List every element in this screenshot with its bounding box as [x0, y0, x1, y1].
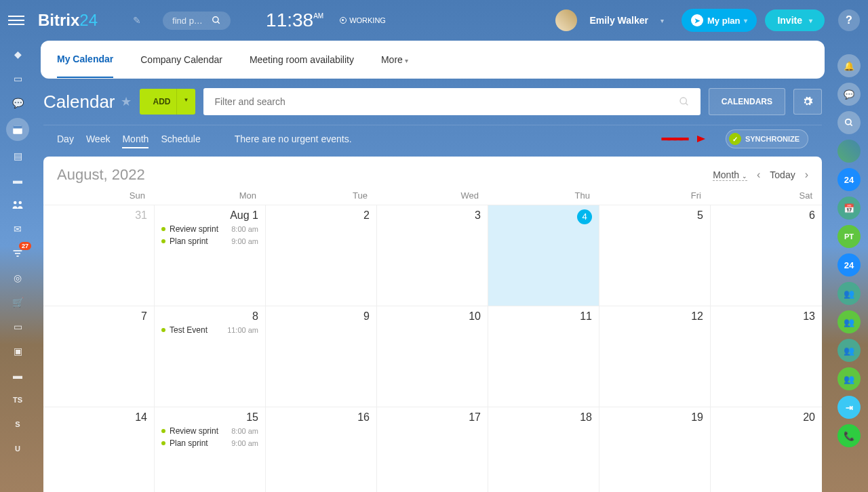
- rr-bell-icon[interactable]: 🔔: [837, 54, 861, 77]
- rail-calendar-icon[interactable]: [6, 118, 29, 141]
- calendar-cell[interactable]: 12: [599, 306, 711, 407]
- rr-people2-icon[interactable]: 👥: [837, 310, 861, 333]
- rr-people4-icon[interactable]: 👥: [837, 367, 861, 390]
- calendar-cell[interactable]: 4: [488, 205, 599, 306]
- calendar-cell[interactable]: 5: [599, 205, 711, 306]
- logo[interactable]: Bitrix24: [38, 11, 98, 30]
- calendar-cell[interactable]: 15Review sprint8:00 amPlan sprint9:00 am: [155, 407, 266, 492]
- calendar-event[interactable]: Review sprint8:00 am: [161, 426, 258, 436]
- calendar-title: August, 2022: [57, 166, 145, 184]
- tab-meeting-room-availability[interactable]: Meeting room availability: [250, 42, 354, 77]
- calendar-cell[interactable]: 6: [711, 205, 822, 306]
- view-day[interactable]: Day: [57, 131, 74, 147]
- invite-button[interactable]: Invite▾: [765, 9, 825, 31]
- calendar-event[interactable]: Plan sprint9:00 am: [161, 438, 258, 448]
- rail-box-icon[interactable]: ▣: [8, 342, 27, 361]
- view-schedule[interactable]: Schedule: [161, 131, 200, 147]
- calendar-cell[interactable]: 16: [266, 407, 377, 492]
- calendar-cell[interactable]: 7: [43, 306, 155, 407]
- dow-header: Mon: [155, 190, 266, 201]
- chevron-down-icon[interactable]: ▾: [660, 17, 664, 24]
- event-dot-icon: [161, 441, 165, 445]
- calendar-event[interactable]: Test Event11:00 am: [161, 325, 258, 335]
- view-selector[interactable]: Month ⌄: [713, 169, 747, 181]
- avatar[interactable]: [555, 9, 577, 31]
- menu-icon[interactable]: [8, 12, 24, 28]
- rail-chat-icon[interactable]: 💬: [8, 94, 27, 112]
- view-week[interactable]: Week: [86, 131, 111, 147]
- username[interactable]: Emily Walker: [589, 15, 648, 26]
- rr-people3-icon[interactable]: 👥: [837, 339, 861, 362]
- rail-hub-icon[interactable]: ◆: [8, 45, 27, 64]
- rail-workgroups-icon[interactable]: [8, 195, 27, 214]
- rr-24b[interactable]: 24: [837, 253, 861, 276]
- add-dropdown[interactable]: ▼: [176, 89, 196, 115]
- rr-24a[interactable]: 24: [837, 168, 861, 191]
- my-plan-button[interactable]: ➤My plan▾: [682, 9, 757, 32]
- rail-ts[interactable]: TS: [8, 390, 27, 409]
- global-search[interactable]: [163, 12, 231, 30]
- edit-icon[interactable]: ✎: [133, 15, 141, 26]
- event-dot-icon: [161, 239, 165, 243]
- left-rail: ◆ ▭ 💬 ▤ ▬ ✉ 27 ◎ 🛒 ▭ ▣ ▬ TS S U: [0, 41, 35, 492]
- synchronize-button[interactable]: ✓ SYNCHRONIZE: [726, 129, 808, 148]
- rail-cart-icon[interactable]: 🛒: [8, 293, 27, 312]
- plan-icon: ➤: [691, 14, 703, 26]
- rail-filter-icon[interactable]: 27: [8, 244, 27, 263]
- calendar-event[interactable]: Plan sprint9:00 am: [161, 237, 258, 246]
- work-status[interactable]: WORKING: [340, 16, 386, 24]
- rail-u[interactable]: U: [8, 439, 27, 458]
- rail-stream-icon[interactable]: ▭: [8, 69, 27, 88]
- calendar-cell[interactable]: 17: [377, 407, 488, 492]
- next-button[interactable]: ›: [805, 169, 808, 181]
- dow-header: Sun: [43, 190, 155, 201]
- rr-search-icon[interactable]: [837, 111, 861, 134]
- calendar-cell[interactable]: 18: [488, 407, 599, 492]
- filter-search[interactable]: [203, 88, 700, 115]
- rail-s[interactable]: S: [8, 415, 27, 434]
- calendars-button[interactable]: CALENDARS: [709, 88, 785, 115]
- star-icon[interactable]: ★: [121, 94, 132, 109]
- calendar-cell[interactable]: 14: [43, 407, 155, 492]
- rr-chat-icon[interactable]: 💬: [837, 83, 861, 106]
- tabs: My CalendarCompany CalendarMeeting room …: [41, 41, 825, 79]
- calendar-cell[interactable]: Aug 1Review sprint8:00 amPlan sprint9:00…: [155, 205, 266, 306]
- rail-mail-icon[interactable]: ✉: [8, 220, 27, 239]
- settings-button[interactable]: [793, 89, 822, 115]
- svg-line-10: [686, 103, 688, 105]
- tab-more[interactable]: More: [381, 42, 408, 77]
- calendar-event[interactable]: Review sprint8:00 am: [161, 224, 258, 234]
- calendar-cell[interactable]: 3: [377, 205, 488, 306]
- svg-rect-3: [13, 126, 22, 129]
- rail-target-icon[interactable]: ◎: [8, 268, 27, 287]
- view-month[interactable]: Month: [122, 131, 149, 148]
- calendar-cell[interactable]: 20: [711, 407, 822, 492]
- filter-input[interactable]: [214, 96, 678, 107]
- calendar-card: August, 2022 Month ⌄ ‹ Today › SunMonTue…: [43, 157, 822, 492]
- calendar-cell[interactable]: 11: [488, 306, 599, 407]
- today-button[interactable]: Today: [770, 169, 795, 180]
- calendar-cell[interactable]: 2: [266, 205, 377, 306]
- calendar-cell[interactable]: 8Test Event11:00 am: [155, 306, 266, 407]
- rr-group-photo[interactable]: [837, 140, 861, 163]
- calendar-cell[interactable]: 31: [43, 205, 155, 306]
- rail-book-icon[interactable]: ▬: [8, 366, 27, 385]
- calendar-cell[interactable]: 9: [266, 306, 377, 407]
- search-input[interactable]: [172, 16, 206, 26]
- rr-people1-icon[interactable]: 👥: [837, 282, 861, 305]
- rr-pt[interactable]: PT: [837, 225, 861, 248]
- calendar-cell[interactable]: 13: [711, 306, 822, 407]
- rail-card-icon[interactable]: ▭: [8, 317, 27, 336]
- tab-company-calendar[interactable]: Company Calendar: [140, 42, 222, 77]
- tab-my-calendar[interactable]: My Calendar: [57, 41, 113, 78]
- prev-button[interactable]: ‹: [757, 169, 760, 181]
- rr-cal-icon[interactable]: 📅: [837, 197, 861, 220]
- svg-point-9: [680, 98, 686, 104]
- calendar-cell[interactable]: 10: [377, 306, 488, 407]
- rail-drive-icon[interactable]: ▬: [8, 171, 27, 190]
- rail-docs-icon[interactable]: ▤: [8, 146, 27, 165]
- rr-login-icon[interactable]: ⇥: [837, 396, 861, 419]
- calendar-cell[interactable]: 19: [599, 407, 711, 492]
- help-button[interactable]: ?: [838, 9, 860, 31]
- rr-call-icon[interactable]: 📞: [837, 424, 861, 447]
